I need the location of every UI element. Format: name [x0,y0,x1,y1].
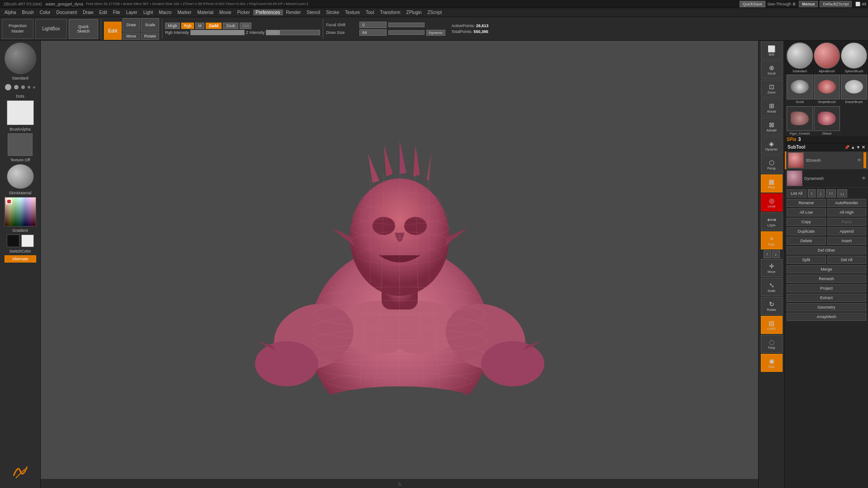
draw-size-slider[interactable] [388,30,425,35]
menu-movie[interactable]: Movie [217,9,234,15]
menu-transform[interactable]: Transform [377,9,403,15]
scale-tool-button[interactable]: ⤡ Scale [761,278,783,296]
lzym-button[interactable]: ⟺ LZym [761,212,783,230]
rotate-tool-button[interactable]: ↻ Rotate [761,297,783,315]
list-all-button[interactable]: List All [787,189,807,197]
quicksave-button[interactable]: QuickSave [740,1,766,7]
menu-macro[interactable]: Macro [156,9,175,15]
subtool-eye-2[interactable]: 👁 [862,176,866,181]
floor-button[interactable]: ▦ Floor [761,174,783,192]
menu-alpha[interactable]: Alpha [2,9,19,15]
merge-button[interactable]: Merge [787,265,866,273]
paste-button[interactable]: Paste [827,218,867,226]
menu-stencil[interactable]: Stencil [304,9,323,15]
down-arrow2[interactable]: ↓ [817,189,825,197]
persp-button[interactable]: ⬡ Persp [761,155,783,174]
down-arrow3[interactable]: ↓↓ [837,189,847,197]
delete-button[interactable]: Delete [787,237,826,245]
move-button[interactable]: Move [123,33,140,40]
menu-tool[interactable]: Tool [363,9,377,15]
texture-box[interactable] [8,133,33,156]
menu-preferences[interactable]: Preferences [253,9,283,15]
z-intensity-slider[interactable] [266,30,320,35]
scale-button[interactable]: Scale [141,18,160,32]
up-arrow2[interactable]: ↑ [808,189,816,197]
rename-button[interactable]: Rename [787,199,826,207]
up-arrow3[interactable]: ↑↑ [826,189,836,197]
sxyz-button[interactable]: ⌖ Sxyz [761,231,783,249]
white-swatch[interactable] [21,235,34,247]
aahalf-button[interactable]: ⊠ AAHalf [761,117,783,136]
quick-sketch-button[interactable]: QuickSketch [69,19,98,39]
remesh-button[interactable]: Remesh [787,275,866,283]
subtool-item-1[interactable]: 3Dmesh 👁 [785,151,868,169]
lightbox-button[interactable]: LightBox [35,19,67,39]
all-high-button[interactable]: All High [827,208,867,216]
figure-brush[interactable] [787,106,813,131]
linfill-button[interactable]: ▤ LinFill [761,316,783,334]
duplicate-button[interactable]: Duplicate [787,227,826,235]
m-button[interactable]: M [195,23,204,29]
append-button[interactable]: Append [827,227,867,235]
defaultzscript-button[interactable]: DefaultZScript [820,1,852,7]
draw-button[interactable]: Draw [123,18,140,32]
zadd-button[interactable]: Zadd [206,23,222,29]
actual-button[interactable]: ⊞ Actual [761,99,783,117]
subtool-collapse[interactable]: ▼ [856,145,860,150]
projection-master-button[interactable]: Projection Master [2,19,33,39]
solo-button[interactable]: ◉ Solo [761,354,783,372]
menu-file[interactable]: File [110,9,123,15]
menus-button[interactable]: Menus [799,1,818,7]
subtool-expand[interactable]: ▲ [851,145,855,150]
zsub-button[interactable]: Zsub [223,23,238,29]
down-arrow-button[interactable]: ↓ [772,250,780,258]
menu-layer[interactable]: Layer [123,9,140,15]
local-button[interactable]: ◎ Local [761,193,783,211]
menu-color[interactable]: Color [37,9,53,15]
rgb-intensity-slider[interactable] [190,30,245,35]
copy-button[interactable]: Copy [787,218,826,226]
insert-button[interactable]: Insert [827,237,867,245]
eraser-brush[interactable] [841,75,867,99]
dynamic-button[interactable]: Dynamic [426,30,445,36]
menu-draw[interactable]: Draw [80,9,96,15]
material-thumb1[interactable] [787,42,813,69]
black-swatch[interactable] [7,235,19,247]
brush-alpha-box[interactable] [7,100,34,125]
mrgb-button[interactable]: Mrgb [165,23,180,29]
focal-shift-slider[interactable] [388,23,425,27]
material-thumb2[interactable] [814,42,840,69]
menu-material[interactable]: Material [195,9,217,15]
menu-render[interactable]: Render [283,9,304,15]
rgb-button[interactable]: Rgb [181,23,194,29]
material-sphere[interactable] [5,42,36,74]
menu-document[interactable]: Document [54,9,80,15]
trmp-button[interactable]: ◌ Trmp [761,335,783,353]
all-low-button[interactable]: All Low [787,208,826,216]
menu-edit[interactable]: Edit [97,9,110,15]
project-button[interactable]: Project [787,284,866,292]
cut-button[interactable]: Cut [240,23,251,29]
zmesh-brush[interactable] [814,106,840,131]
alternate-button[interactable]: Alternate [5,255,36,263]
subtool-pin[interactable]: 📌 [844,145,849,150]
zoom-button[interactable]: ⊡ Zoom [761,80,783,98]
extract-button[interactable]: Extract [787,294,866,302]
skin-material-sphere[interactable] [7,164,34,189]
menu-picker[interactable]: Picker [235,9,253,15]
menu-zplugin[interactable]: ZPlugin [404,9,425,15]
menu-zscript[interactable]: ZScript [425,9,445,15]
brill-button[interactable]: ⬜ Brill [761,42,783,60]
menu-stroke[interactable]: Stroke [323,9,342,15]
move-tool-button[interactable]: ✛ Move [761,259,783,277]
subtool-item-2[interactable]: Dynamesh 👁 [785,169,868,188]
canvas-area[interactable]: △ [41,41,758,488]
menu-marker[interactable]: Marker [175,9,194,15]
geometry-button[interactable]: Geometry [787,303,866,311]
up-arrow-button[interactable]: ↑ [764,250,771,258]
del-all-button[interactable]: Del All [827,256,867,264]
arraymesh-button[interactable]: ArrayMesh [787,313,866,321]
sphere-brush[interactable] [841,42,867,69]
menu-light[interactable]: Light [141,9,156,15]
dynamic-button[interactable]: ◈ Dynamic [761,136,783,155]
